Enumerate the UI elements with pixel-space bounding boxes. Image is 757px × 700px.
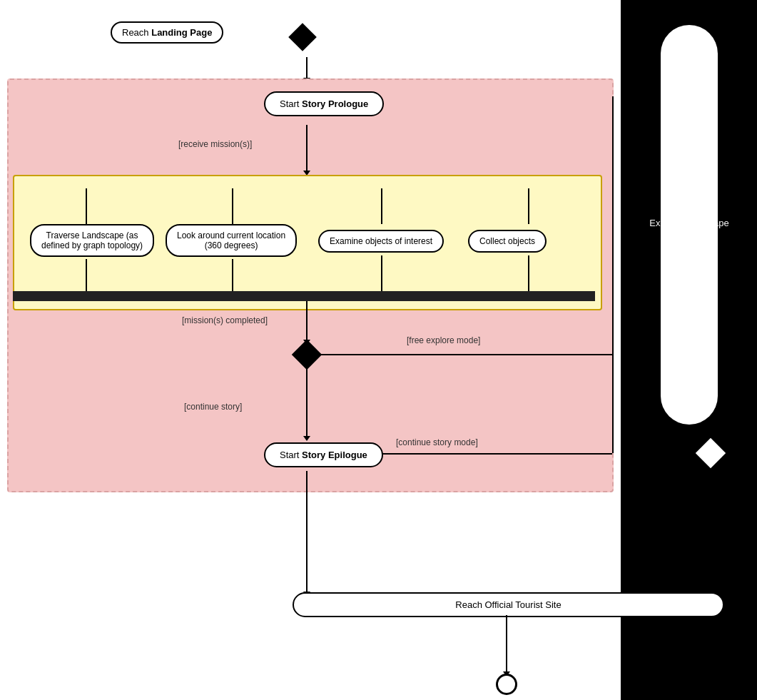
arrow-prologue-down xyxy=(306,125,308,171)
prologue-node: Start Story Prologue xyxy=(264,91,384,116)
prologue-bold: Story Prologue xyxy=(302,98,368,109)
missions-completed-label: [mission(s) completed] xyxy=(182,315,268,325)
arrow-epilogue-down xyxy=(306,471,308,592)
end-circle xyxy=(496,674,517,695)
vline-collect-down xyxy=(528,255,529,291)
look-node: Look around current location(360 degrees… xyxy=(166,224,297,257)
continue-story-mode-label: [continue story mode] xyxy=(396,437,478,447)
traverse-node: Traverse Landscape (asdefined by graph t… xyxy=(30,224,154,257)
tourist-site-node: Reach Official Tourist Site xyxy=(293,592,724,617)
epilogue-node: Start Story Epilogue xyxy=(264,442,383,467)
vline-examine xyxy=(381,188,382,224)
explore-landscape-label: Explore Landscape xyxy=(629,218,750,228)
arrow-explore-to-decision xyxy=(306,301,308,340)
arrow-top-down xyxy=(306,57,308,78)
examine-node: Examine objects of interest xyxy=(318,230,444,253)
landing-page-node: Reach Landing Page xyxy=(111,21,223,44)
vline-collect xyxy=(528,188,529,224)
arrow-tourist-down xyxy=(506,615,507,672)
landing-page-bold: Landing Page xyxy=(151,27,212,38)
vline-look xyxy=(232,188,233,224)
explore-bar-bottom xyxy=(13,291,595,301)
vline-right-to-epilogue xyxy=(612,354,614,453)
vline-traverse xyxy=(86,188,87,224)
continue-story-label: [continue story] xyxy=(184,402,242,412)
arrow-decision-down xyxy=(306,365,308,437)
right-diamond-icon xyxy=(696,438,726,468)
vline-look-down xyxy=(232,259,233,291)
epilogue-bold: Story Epilogue xyxy=(302,450,367,460)
collect-node: Collect objects xyxy=(468,230,547,253)
vline-right-side xyxy=(612,96,614,355)
vline-traverse-down xyxy=(86,259,87,291)
mission-label: [receive mission(s)] xyxy=(178,139,252,149)
free-explore-label: [free explore mode] xyxy=(407,335,480,345)
h-line-continue-story-mode xyxy=(360,453,612,455)
h-line-free-explore xyxy=(317,354,614,355)
vline-examine-down xyxy=(381,255,382,291)
